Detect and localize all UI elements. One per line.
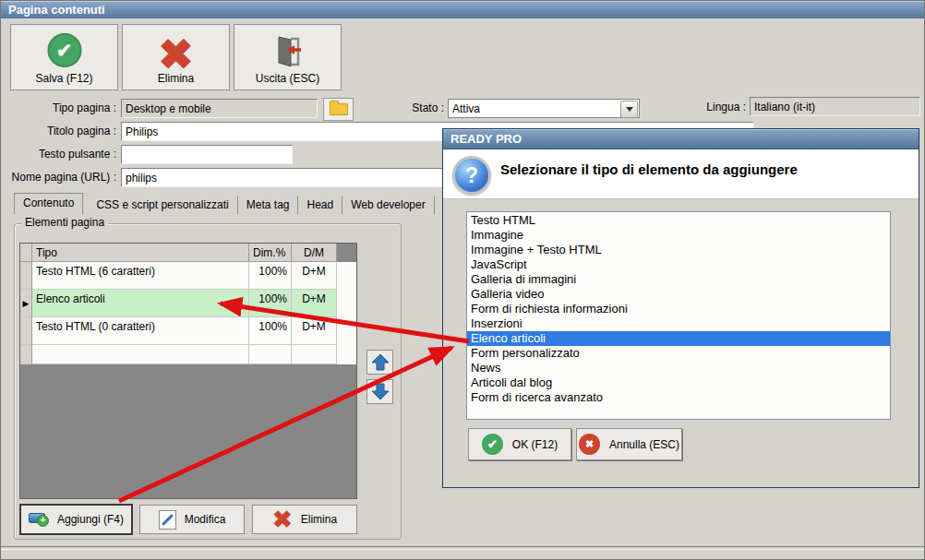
list-item[interactable]: Galleria di immagini <box>467 272 890 287</box>
exit-button[interactable]: Uscita (ESC) <box>234 24 342 90</box>
empty-table-row <box>20 345 356 364</box>
dialog-title: READY PRO <box>450 132 522 146</box>
lingua-label: Lingua : <box>661 101 746 113</box>
cancel-button-label: Annulla (ESC) <box>609 438 679 451</box>
browse-folder-button[interactable] <box>323 98 354 121</box>
tab-css-e-script-personalizzati[interactable]: CSS e script personalizzati <box>88 196 237 214</box>
delete-page-button[interactable]: ✖ Elimina <box>122 24 230 90</box>
exit-door-icon <box>270 34 306 72</box>
cell-dim: 100% <box>249 290 292 317</box>
add-icon: + <box>29 512 49 527</box>
list-item[interactable]: Immagine + Testo HTML <box>467 243 890 257</box>
cell-dm: D+M <box>292 262 337 290</box>
save-button-label: Salva (F12) <box>35 72 92 85</box>
dialog-message: Selezionare il tipo di elemento da aggiu… <box>500 161 798 177</box>
stato-select[interactable]: Attiva <box>448 99 640 118</box>
elementi-pagina-table[interactable]: Tipo Dim.% D/M Testo HTML (6 caratteri)1… <box>19 243 357 499</box>
tipo-pagina-field: Desktop e mobile <box>121 99 318 118</box>
cell-dim: 100% <box>249 262 292 290</box>
table-row[interactable]: ▶Elenco articoli100%D+M <box>20 290 356 317</box>
tab-meta-tag[interactable]: Meta tag <box>238 196 299 214</box>
cell-tipo: Testo HTML (0 caratteri) <box>32 317 249 345</box>
table-row[interactable]: Testo HTML (0 caratteri)100%D+M <box>20 317 356 345</box>
save-button[interactable]: ✔ Salva (F12) <box>10 24 118 90</box>
arrow-down-icon <box>371 383 390 400</box>
cell-dm: D+M <box>292 290 337 317</box>
edit-button-label: Modifica <box>185 513 226 526</box>
cell-tipo <box>32 345 249 364</box>
column-header-dim: Dim.% <box>249 244 292 262</box>
list-item[interactable]: Testo HTML <box>467 213 890 228</box>
window-title: Pagina contenuti <box>8 3 105 17</box>
list-item[interactable]: JavaScript <box>467 257 890 272</box>
titolo-pagina-label: Titolo pagina : <box>1 125 116 137</box>
column-header-dm: D/M <box>292 244 337 262</box>
add-button-label: Aggiungi (F4) <box>57 513 124 526</box>
stato-label: Stato : <box>370 101 444 114</box>
add-element-button[interactable]: + Aggiungi (F4) <box>19 504 133 535</box>
nome-pagina-url-label: Nome pagina (URL) : <box>1 171 116 184</box>
window-titlebar[interactable]: Pagina contenuti <box>1 1 925 18</box>
cell-tipo: Elenco articoli <box>32 290 249 317</box>
cell-dm <box>292 345 337 364</box>
edit-pencil-icon <box>159 510 176 530</box>
chevron-down-icon <box>626 107 633 112</box>
cell-tipo: Testo HTML (6 caratteri) <box>32 262 249 290</box>
row-header-cell <box>20 345 32 364</box>
cell-dim: 100% <box>249 317 292 345</box>
tab-head[interactable]: Head <box>298 196 342 214</box>
row-header-cell <box>20 317 32 345</box>
move-row-up-button[interactable] <box>366 350 393 375</box>
dialog-header: ? Selezionare il tipo di elemento da agg… <box>443 149 919 199</box>
check-circle-icon: ✔ <box>47 33 81 67</box>
cell-dm: D+M <box>292 317 337 345</box>
list-item[interactable]: Inserzioni <box>467 316 890 331</box>
list-item[interactable]: Articoli dal blog <box>467 375 890 390</box>
red-x-icon: ✖ <box>272 509 293 530</box>
list-item[interactable]: Elenco articoli <box>467 331 890 346</box>
row-header-cell <box>20 262 32 290</box>
tab-web-developer[interactable]: Web developer <box>342 196 435 214</box>
red-x-icon: ✖ <box>158 36 194 73</box>
lingua-field: Italiano (it-it) <box>750 97 920 116</box>
arrow-up-icon <box>371 353 390 371</box>
list-item[interactable]: Form personalizzato <box>467 346 890 361</box>
list-item[interactable]: Immagine <box>467 228 890 243</box>
list-item[interactable]: Form di richiesta informazioni <box>467 302 890 316</box>
tipo-pagina-label: Tipo pagina : <box>1 101 116 114</box>
list-item[interactable]: Galleria video <box>467 287 890 302</box>
stato-dropdown-button[interactable] <box>620 101 638 118</box>
ok-button[interactable]: ✔ OK (F12) <box>468 428 571 460</box>
list-item[interactable]: News <box>467 361 890 375</box>
bottom-divider <box>1 546 925 550</box>
move-row-down-button[interactable] <box>366 379 393 404</box>
x-circle-icon: ✖ <box>579 434 600 455</box>
question-mark-icon: ? <box>452 156 491 195</box>
column-header-tipo: Tipo <box>32 244 249 262</box>
testo-pulsante-input[interactable] <box>121 145 293 164</box>
table-row[interactable]: Testo HTML (6 caratteri)100%D+M <box>20 262 356 290</box>
elementi-pagina-group-label: Elementi pagina <box>21 216 108 229</box>
table-header-row: Tipo Dim.% D/M <box>20 244 356 262</box>
delete-element-button[interactable]: ✖ Elimina <box>252 505 357 534</box>
ready-pro-dialog: READY PRO ? Selezionare il tipo di eleme… <box>442 128 919 488</box>
element-type-listbox[interactable]: Testo HTMLImmagineImmagine + Testo HTMLJ… <box>466 211 891 420</box>
list-item[interactable]: Form di ricerca avanzato <box>467 390 890 405</box>
row-header-corner <box>20 244 32 262</box>
testo-pulsante-label: Testo pulsante : <box>1 148 116 161</box>
stato-selected-value: Attiva <box>452 102 480 115</box>
cell-dim <box>249 345 292 364</box>
exit-button-label: Uscita (ESC) <box>256 72 319 85</box>
check-circle-icon: ✔ <box>482 434 503 455</box>
ok-button-label: OK (F12) <box>512 438 558 451</box>
cancel-button[interactable]: ✖ Annulla (ESC) <box>576 428 682 460</box>
delete-element-button-label: Elimina <box>301 513 337 526</box>
edit-element-button[interactable]: Modifica <box>139 505 245 534</box>
tab-bar: ContenutoCSS e script personalizzatiMeta… <box>14 196 435 214</box>
pagina-contenuti-window: { "window": { "title": "Pagina contenuti… <box>0 0 925 560</box>
folder-icon <box>330 103 348 115</box>
tab-contenuto[interactable]: Contenuto <box>14 193 83 214</box>
current-row-marker: ▶ <box>20 290 32 317</box>
dialog-titlebar[interactable]: READY PRO <box>443 129 919 149</box>
